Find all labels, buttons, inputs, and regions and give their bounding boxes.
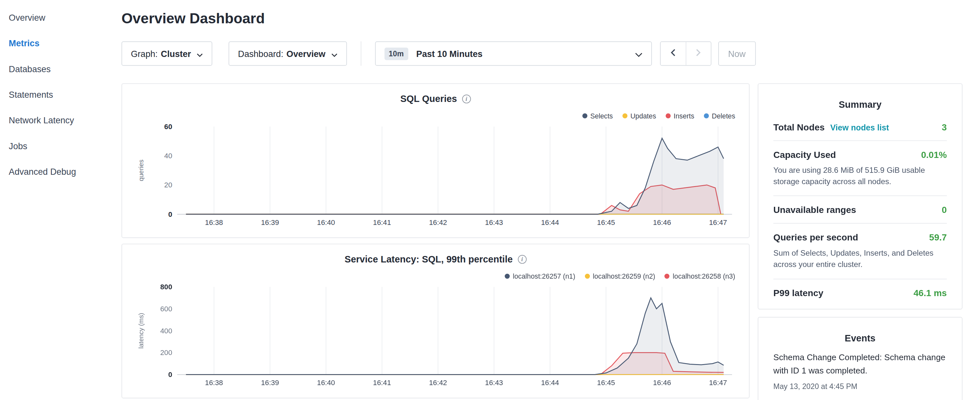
main-content: Overview Dashboard Graph: Cluster Dashbo… — [121, 0, 980, 400]
chevron-right-icon — [696, 49, 701, 58]
svg-text:16:44: 16:44 — [541, 218, 559, 226]
legend-label: Selects — [590, 112, 613, 120]
svg-text:16:47: 16:47 — [709, 379, 727, 387]
summary-row-label: P99 latency — [773, 288, 823, 298]
summary-row-description: You are using 28.6 MiB of 515.9 GiB usab… — [773, 165, 947, 187]
legend-item[interactable]: Inserts — [665, 112, 694, 120]
dashboard-content: SQL Queries SelectsUpdatesInsertsDeletes… — [121, 83, 971, 400]
legend-label: localhost:26258 (n3) — [673, 273, 735, 280]
chevron-down-icon — [331, 49, 337, 59]
legend-item[interactable]: Deletes — [704, 112, 735, 120]
summary-row-total-nodes: Total Nodes View nodes list 3 — [773, 113, 947, 141]
chart-title: Service Latency: SQL, 99th percentile — [122, 254, 749, 265]
chevron-down-icon — [635, 49, 642, 59]
legend-item[interactable]: localhost:26259 (n2) — [585, 273, 655, 280]
info-icon[interactable] — [462, 94, 471, 103]
svg-text:0: 0 — [168, 371, 172, 379]
event-item[interactable]: Schema Change Completed: Schema change w… — [773, 351, 947, 390]
summary-row-unavailable-ranges: Unavailable ranges 0 — [773, 196, 947, 224]
event-timestamp: May 13, 2020 at 4:45 PM — [773, 382, 947, 390]
svg-text:16:38: 16:38 — [205, 379, 223, 387]
svg-text:200: 200 — [160, 349, 172, 357]
info-icon[interactable] — [518, 255, 527, 263]
svg-text:16:43: 16:43 — [485, 379, 503, 387]
sidebar-nav-list: Overview Metrics Databases Statements Ne… — [0, 5, 121, 185]
time-nav-group — [660, 41, 711, 66]
summary-row-capacity-used: Capacity Used 0.01% You are using 28.6 M… — [773, 141, 947, 196]
sidebar-item-jobs[interactable]: Jobs — [0, 133, 121, 159]
service-latency-chart[interactable]: 16:3816:3916:4016:4116:4216:4316:4416:45… — [136, 282, 741, 394]
now-button[interactable]: Now — [718, 41, 756, 66]
summary-row-value: 3 — [942, 122, 947, 132]
summary-title: Summary — [773, 99, 947, 110]
svg-text:16:40: 16:40 — [317, 379, 335, 387]
sidebar: Overview Metrics Databases Statements Ne… — [0, 0, 121, 400]
chart-title: SQL Queries — [122, 93, 749, 104]
svg-text:400: 400 — [160, 327, 172, 335]
sidebar-item-overview[interactable]: Overview — [0, 5, 121, 30]
legend-label: Inserts — [674, 112, 694, 120]
time-range-picker[interactable]: 10m Past 10 Minutes — [375, 41, 652, 66]
graph-dropdown-label: Graph: — [131, 49, 158, 59]
legend-item[interactable]: localhost:26257 (n1) — [505, 273, 575, 280]
charts-column: SQL Queries SelectsUpdatesInsertsDeletes… — [121, 83, 749, 400]
dashboard-dropdown-label: Dashboard: — [238, 49, 283, 59]
sidebar-item-network-latency[interactable]: Network Latency — [0, 108, 121, 133]
legend-item[interactable]: Updates — [622, 112, 656, 120]
summary-row-description: Sum of Selects, Updates, Inserts, and De… — [773, 247, 947, 270]
legend-label: Updates — [630, 112, 656, 120]
legend-dot-icon — [665, 274, 670, 279]
svg-text:queries: queries — [137, 159, 145, 181]
sidebar-item-advanced-debug[interactable]: Advanced Debug — [0, 159, 121, 185]
app-root: Overview Metrics Databases Statements Ne… — [0, 0, 980, 400]
view-nodes-link[interactable]: View nodes list — [830, 123, 889, 132]
time-prev-button[interactable] — [660, 42, 685, 65]
legend-dot-icon — [665, 113, 670, 118]
svg-text:16:47: 16:47 — [709, 218, 727, 226]
service-latency-panel: Service Latency: SQL, 99th percentile lo… — [121, 244, 749, 398]
time-range-label: Past 10 Minutes — [417, 49, 483, 59]
sidebar-item-statements[interactable]: Statements — [0, 82, 121, 108]
legend-dot-icon — [585, 274, 590, 279]
legend-dot-icon — [704, 113, 708, 118]
summary-row-value: 0.01% — [921, 150, 947, 160]
svg-text:16:41: 16:41 — [373, 379, 391, 387]
svg-text:16:43: 16:43 — [485, 218, 503, 226]
right-column: Summary Total Nodes View nodes list 3 Ca… — [758, 83, 963, 400]
svg-text:16:42: 16:42 — [429, 218, 447, 226]
legend-label: localhost:26259 (n2) — [593, 273, 655, 280]
legend-dot-icon — [505, 274, 509, 279]
summary-row-label: Total Nodes — [773, 122, 825, 132]
sidebar-item-metrics[interactable]: Metrics — [0, 31, 121, 56]
toolbar: Graph: Cluster Dashboard: Overview 10m P… — [121, 41, 971, 66]
summary-row-p99-latency: P99 latency 46.1 ms — [773, 279, 947, 306]
svg-text:16:45: 16:45 — [597, 379, 615, 387]
svg-text:latency (ms): latency (ms) — [137, 313, 145, 349]
svg-text:16:39: 16:39 — [261, 379, 279, 387]
sql-queries-panel: SQL Queries SelectsUpdatesInsertsDeletes… — [121, 83, 749, 238]
sidebar-item-databases[interactable]: Databases — [0, 56, 121, 82]
dashboard-dropdown-value: Overview — [286, 49, 326, 59]
svg-text:16:45: 16:45 — [597, 218, 615, 226]
legend-label: localhost:26257 (n1) — [513, 273, 575, 280]
summary-row-value: 46.1 ms — [913, 288, 947, 298]
chart-legend: localhost:26257 (n1)localhost:26259 (n2)… — [505, 273, 735, 280]
time-next-button[interactable] — [686, 42, 711, 65]
summary-row-queries-per-second: Queries per second 59.7 Sum of Selects, … — [773, 224, 947, 279]
sql-queries-chart[interactable]: 16:3816:3916:4016:4116:4216:4316:4416:45… — [136, 121, 741, 233]
svg-text:16:42: 16:42 — [429, 379, 447, 387]
chart-title-text: SQL Queries — [400, 93, 457, 104]
graph-dropdown-value: Cluster — [161, 49, 191, 59]
chevron-left-icon — [670, 49, 675, 58]
summary-row-label: Unavailable ranges — [773, 205, 856, 215]
legend-item[interactable]: localhost:26258 (n3) — [665, 273, 735, 280]
svg-text:16:39: 16:39 — [261, 218, 279, 226]
page-title: Overview Dashboard — [121, 10, 971, 27]
graph-dropdown[interactable]: Graph: Cluster — [121, 41, 212, 66]
dashboard-dropdown[interactable]: Dashboard: Overview — [229, 41, 347, 66]
chevron-down-icon — [197, 49, 203, 59]
time-range-badge: 10m — [384, 47, 408, 60]
event-text: Schema Change Completed: Schema change w… — [773, 351, 947, 378]
legend-item[interactable]: Selects — [582, 112, 613, 120]
summary-row-label: Capacity Used — [773, 150, 836, 160]
